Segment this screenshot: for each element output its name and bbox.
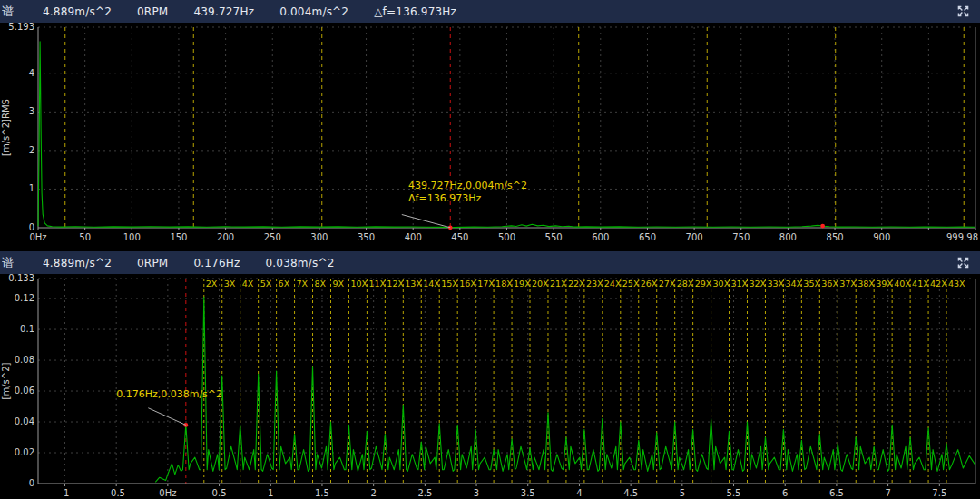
- svg-text:15X: 15X: [441, 279, 458, 289]
- svg-text:5.5: 5.5: [727, 488, 741, 498]
- svg-text:4: 4: [29, 68, 34, 78]
- svg-text:6.5: 6.5: [829, 488, 844, 498]
- svg-text:200: 200: [217, 232, 234, 242]
- svg-text:21X: 21X: [550, 279, 567, 289]
- rpm-value: 0RPM: [137, 5, 168, 18]
- svg-text:12X: 12X: [387, 279, 404, 289]
- svg-text:0.5: 0.5: [212, 488, 227, 498]
- cursor-amplitude: 0.004m/s^2: [279, 5, 348, 18]
- svg-text:4X: 4X: [242, 279, 254, 289]
- svg-text:27X: 27X: [659, 279, 676, 289]
- svg-text:900: 900: [873, 232, 890, 242]
- svg-text:41X: 41X: [912, 279, 929, 289]
- svg-text:31X: 31X: [731, 279, 749, 289]
- overall-value: 4.889m/s^2: [43, 257, 112, 269]
- svg-text:17X: 17X: [477, 279, 495, 289]
- svg-text:600: 600: [592, 232, 609, 242]
- svg-text:800: 800: [779, 232, 797, 242]
- svg-text:8X: 8X: [315, 279, 327, 289]
- rpm-value: 0RPM: [137, 257, 168, 269]
- svg-text:0: 0: [29, 222, 34, 232]
- vibration-analysis-app: 谱 4.889m/s^2 0RPM 439.727Hz 0.004m/s^2 △…: [0, 0, 980, 499]
- svg-text:[m/s^2]: [m/s^2]: [1, 362, 11, 399]
- svg-text:6: 6: [782, 488, 788, 498]
- svg-text:500: 500: [498, 232, 515, 242]
- svg-text:2: 2: [370, 488, 376, 498]
- svg-text:13X: 13X: [405, 279, 422, 289]
- spectrum-panel-top: 谱 4.889m/s^2 0RPM 439.727Hz 0.004m/s^2 △…: [0, 0, 980, 251]
- svg-text:0.133: 0.133: [8, 274, 34, 283]
- svg-text:300: 300: [310, 232, 328, 242]
- svg-text:28X: 28X: [677, 279, 694, 289]
- expand-button[interactable]: [955, 4, 971, 20]
- overall-value: 4.889m/s^2: [43, 5, 112, 18]
- svg-text:100: 100: [123, 232, 141, 242]
- svg-text:4.5: 4.5: [623, 488, 638, 498]
- svg-text:2X: 2X: [206, 279, 218, 289]
- svg-text:Δf=136.973Hz: Δf=136.973Hz: [408, 192, 481, 204]
- svg-text:22X: 22X: [568, 279, 585, 289]
- svg-text:6X: 6X: [279, 279, 290, 289]
- expand-arrows-icon: [956, 5, 970, 18]
- svg-text:350: 350: [358, 232, 375, 242]
- svg-text:39X: 39X: [876, 279, 893, 289]
- svg-text:750: 750: [732, 232, 750, 242]
- spectrum-chart-top[interactable]: 439.727Hz,0.004m/s^2Δf=136.973Hz0Hz50100…: [0, 23, 980, 251]
- svg-text:0.1: 0.1: [20, 324, 34, 334]
- svg-text:26X: 26X: [641, 279, 658, 289]
- svg-text:50: 50: [79, 232, 91, 242]
- svg-text:24X: 24X: [604, 279, 622, 289]
- spectrum-chart-bottom[interactable]: 2X3X4X5X6X7X8X9X10X11X12X13X14X15X16X17X…: [0, 274, 980, 499]
- svg-text:3: 3: [474, 488, 479, 498]
- svg-text:0Hz: 0Hz: [159, 488, 176, 498]
- svg-text:850: 850: [827, 232, 844, 242]
- svg-text:3.5: 3.5: [521, 488, 535, 498]
- svg-text:3: 3: [29, 106, 34, 116]
- cursor-frequency: 0.176Hz: [193, 257, 240, 269]
- delta-f-value: △f=136.973Hz: [374, 5, 456, 18]
- svg-text:-0.5: -0.5: [107, 488, 125, 498]
- svg-text:1: 1: [29, 183, 34, 193]
- svg-text:999.98: 999.98: [946, 232, 978, 242]
- svg-text:150: 150: [170, 232, 187, 242]
- spectrum-glyph-icon: 谱: [2, 4, 14, 20]
- svg-text:0Hz: 0Hz: [29, 232, 46, 242]
- spectrum-panel-bottom: 谱 4.889m/s^2 0RPM 0.176Hz 0.038m/s^2 2X: [0, 251, 980, 499]
- svg-text:7X: 7X: [297, 279, 309, 289]
- svg-text:400: 400: [405, 232, 422, 242]
- svg-text:0: 0: [29, 478, 34, 488]
- svg-text:1.5: 1.5: [315, 488, 329, 498]
- svg-text:4: 4: [576, 488, 582, 498]
- svg-text:5X: 5X: [260, 279, 272, 289]
- svg-text:7: 7: [885, 488, 890, 498]
- expand-arrows-icon: [956, 256, 970, 269]
- svg-text:2.5: 2.5: [417, 488, 432, 498]
- svg-text:18X: 18X: [495, 279, 513, 289]
- svg-text:250: 250: [264, 232, 281, 242]
- svg-text:0.06: 0.06: [15, 386, 34, 396]
- svg-text:5.193: 5.193: [8, 23, 34, 32]
- svg-text:650: 650: [639, 232, 656, 242]
- svg-text:0.176Hz,0.038m/s^2: 0.176Hz,0.038m/s^2: [116, 388, 222, 400]
- svg-text:16X: 16X: [459, 279, 476, 289]
- svg-text:33X: 33X: [767, 279, 784, 289]
- svg-text:0.08: 0.08: [15, 355, 34, 365]
- svg-text:5: 5: [680, 488, 685, 498]
- svg-text:42X: 42X: [930, 279, 947, 289]
- svg-text:35X: 35X: [803, 279, 820, 289]
- svg-text:30X: 30X: [713, 279, 730, 289]
- svg-text:11X: 11X: [368, 279, 386, 289]
- svg-text:34X: 34X: [785, 279, 802, 289]
- svg-text:14X: 14X: [423, 279, 440, 289]
- svg-text:19X: 19X: [514, 279, 531, 289]
- svg-text:450: 450: [451, 232, 468, 242]
- svg-text:1: 1: [268, 488, 273, 498]
- svg-text:0.02: 0.02: [15, 447, 34, 457]
- panel-header-top: 谱 4.889m/s^2 0RPM 439.727Hz 0.004m/s^2 △…: [0, 0, 980, 23]
- expand-button[interactable]: [955, 255, 971, 271]
- svg-text:7.5: 7.5: [932, 488, 946, 498]
- svg-text:700: 700: [686, 232, 703, 242]
- svg-text:43X: 43X: [948, 279, 965, 289]
- svg-text:20X: 20X: [532, 279, 549, 289]
- cursor-amplitude: 0.038m/s^2: [265, 257, 334, 269]
